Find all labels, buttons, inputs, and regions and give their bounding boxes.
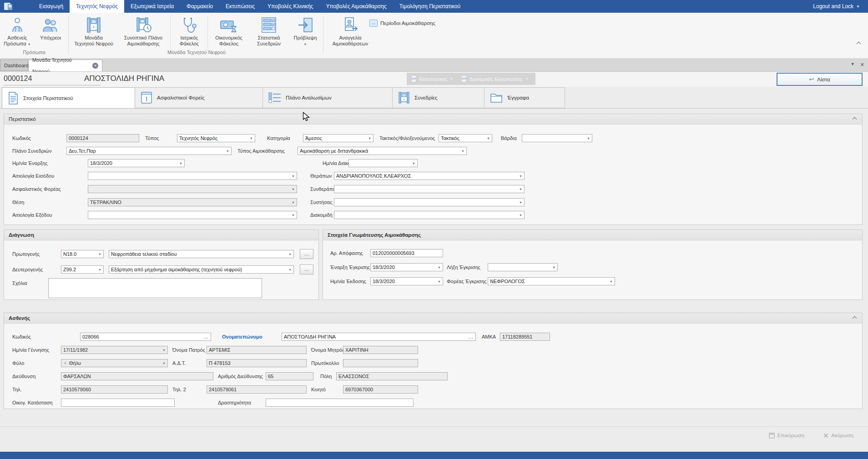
close-tab-icon[interactable]: ✕ [92,63,98,69]
aitiologia-exodou-combobox[interactable]: ▼ [88,211,297,219]
enarxi-egkrisis-datepicker[interactable]: 18/3/2020▼ [370,263,443,271]
fylo-combobox[interactable]: ♀Θήλυ▼ [61,359,168,367]
print-button[interactable]: Εκτυπώσεις ▼ [410,76,453,82]
vardia-combobox[interactable]: ▼ [522,134,592,142]
asfalistikos-foreas-combobox[interactable]: ▼ [88,185,297,193]
imnia-enarxis-datepicker[interactable]: 18/3/2020▼ [88,159,185,167]
chevron-down-icon[interactable]: ▼ [459,150,464,153]
chevron-down-icon[interactable]: ▼ [436,280,441,283]
menu-tab-ektyposeis[interactable]: Εκτυπώσεις [219,0,261,13]
chevron-down-icon[interactable]: ▼ [161,362,166,365]
chevron-down-icon[interactable]: ▼ [410,162,415,165]
chevron-down-icon[interactable]: ▼ [224,150,229,153]
deuterogenis-code-combobox[interactable]: Z99.2▼ [61,265,104,274]
drastiriotita-field[interactable] [266,399,414,407]
til2-field[interactable]: 2410579061 [207,385,307,394]
chevron-down-icon[interactable]: ▼ [290,214,295,217]
poli-field[interactable]: ΕΛΑΣΣΟΝΟΣ [336,372,448,380]
katigoria-combobox[interactable]: Άμεσος▼ [303,134,373,142]
menu-tab-texnitos-nefros[interactable]: Τεχνητός Νεφρός [70,0,124,13]
sxolia-textarea[interactable] [48,278,262,298]
deuterogenis-desc-combobox[interactable]: Εξάρτηση από μηχάνημα αιμοκάθαρσης (τεχν… [109,265,294,274]
dynamic-print-button[interactable]: Δυναμικές Εκτυπώσεις ▼ [460,76,528,82]
ellipsis-icon[interactable]: … [202,334,209,339]
thesi-combobox[interactable]: ΤΕΤΡΑΚΛΙΝΟ▼ [88,198,297,206]
list-button[interactable]: ↩ Λίστα [777,73,863,86]
onomateponymo-label[interactable]: Ονοματεπώνυμο [222,333,262,341]
aitiologia-eisodou-combobox[interactable]: ▼ [88,172,297,180]
kodikos-field[interactable]: 0000124 [66,134,139,142]
chevron-down-icon[interactable]: ▼ [290,175,295,178]
arithmos-dieythynsis-field[interactable]: 65 [266,372,313,380]
chevron-down-icon[interactable]: ▼ [290,201,295,204]
chevron-down-icon[interactable]: ▼ [177,162,182,165]
chevron-down-icon[interactable]: ▼ [517,188,522,191]
monada-texnitou-nefrou-button[interactable]: Μονάδα Τεχνητού Νεφρού [70,15,117,47]
chevron-down-icon[interactable]: ▼ [485,137,490,140]
protogenis-code-combobox[interactable]: N18.0▼ [61,250,104,258]
menu-tab-eisagogi[interactable]: Εισαγωγή [33,0,70,13]
ellipsis-icon[interactable]: … [466,334,474,339]
chevron-down-icon[interactable]: ▼ [585,137,590,140]
systisas-combobox[interactable]: ▼ [334,198,525,206]
ar-apofasis-field[interactable]: 012020000005693 [370,249,443,257]
tab-synedries[interactable]: Συνεδρίες [392,87,484,108]
chevron-down-icon[interactable]: ▼ [96,253,101,256]
chevron-down-icon[interactable]: ▼ [287,268,292,271]
chevron-down-icon[interactable]: ▼ [436,266,441,269]
statistika-synedrion-button[interactable]: Στατιστικά Συνεδριών [249,15,288,47]
chevron-down-icon[interactable]: ▼ [517,175,522,178]
cancel-button[interactable]: Ακύρωση [823,431,853,440]
chevron-down-icon[interactable]: ▼ [550,266,555,269]
oikog-katastasi-field[interactable] [61,399,175,407]
oikonomikos-fakelos-button[interactable]: Οικονομικός Φάκελος [209,15,248,47]
ypoxreoi-button[interactable]: Υπόχρεοι [35,15,66,41]
tab-list-chevron-icon[interactable]: ▼ [851,62,855,68]
plano-synedrion-combobox[interactable]: Δευ,Τετ,Παρ▼ [66,147,232,155]
therapon-combobox[interactable]: ΑΝΔΡΙΑΝΟΠΟΥΛΟΣ ΚΛΕΑΡΧΟΣ▼ [334,172,525,180]
menu-tab-timologisi[interactable]: Τιμολόγηση Περιστατικού [393,0,467,13]
menu-tab-farmakeio[interactable]: Φαρμακείο [180,0,219,13]
tab-asfalistikoi-foreis[interactable]: ! Ασφαλιστικοί Φορείς [135,87,263,108]
typos-aimokatharsis-combobox[interactable]: Αιμοκάθαρση με διττανθρακικά▼ [298,147,467,155]
iatrikos-fakelos-button[interactable]: Ιατρικός Φάκελος [172,15,207,47]
ribbon-collapse-button[interactable] [857,39,862,44]
protokollo-field[interactable] [343,359,418,367]
tab-dashboard[interactable]: Dashboard [0,60,28,71]
provlepsi-button[interactable]: Πρόβλεψη ▼ [289,15,321,47]
tab-plano-analosimon[interactable]: Πλάνο Αναλωσίμων [262,87,393,108]
menu-tab-ypovoles-klinikis[interactable]: Υποβολές Κλινικής [261,0,319,13]
onoma-patros-field[interactable]: ΑΡΤΕΜΙΣ [207,346,307,354]
onoma-mitros-field[interactable]: ΧΑΡΙΤΙΝΗ [343,346,418,354]
tab-stoixeia-peristatikou[interactable]: Στοιχεία Περιστατικού [2,87,135,109]
protogenis-browse-button[interactable]: … [300,249,313,259]
imnia-ekdosis-datepicker[interactable]: 18/3/2020▼ [370,277,443,285]
diakomidi-combobox[interactable]: ▼ [334,211,525,219]
collapse-section-button[interactable] [851,315,858,321]
collapse-section-button[interactable] [851,116,858,122]
synoptiko-plano-button[interactable]: Συνοπτικό Πλάνο Αιμοκάθαρσης [118,15,168,47]
chevron-down-icon[interactable]: ▼ [290,188,295,191]
anaggelia-aimokatharseon-button[interactable]: Αναγγελία Αιμοκαθάρσεων [325,15,376,47]
onomateponymo-picker[interactable]: ΑΠΟΣΤΟΛΙΔΗ ΡΗΓΙΝΑ… [282,333,476,341]
tab-monada-texnitou-nefrou[interactable]: Μονάδα Τεχνητού Νεφρού ✕ [28,60,102,71]
logout-and-lock-button[interactable]: Logout and Lock ▼ [805,3,868,10]
til-field[interactable]: 2410579060 [61,385,168,394]
chevron-down-icon[interactable]: ▼ [517,201,522,204]
chevron-down-icon[interactable]: ▼ [287,253,292,256]
chevron-down-icon[interactable]: ▼ [96,268,101,271]
deuterogenis-browse-button[interactable]: … [300,264,313,274]
chevron-down-icon[interactable]: ▼ [608,280,613,283]
tab-eggrafa[interactable]: Έγγραφα [484,87,565,108]
patients-persons-button[interactable]: Ασθενείς Πρόσωπα ▼ [1,15,34,47]
chevron-down-icon[interactable]: ▼ [366,137,371,140]
dieythynsi-field[interactable]: ΦΑΡΣΑΛΩΝ [61,372,213,380]
app-logo-icon[interactable] [4,1,17,11]
foreas-egkrisis-combobox[interactable]: ΝΕΦΡΟΛΟΓΟΣ▼ [488,277,615,285]
syntherapon-combobox[interactable]: ▼ [334,185,525,193]
protogenis-desc-combobox[interactable]: Νεφροπάθεια τελικού σταδίου▼ [109,250,294,258]
typos-combobox[interactable]: Τεχνητός Νεφρός▼ [177,134,255,142]
lixi-egkrisis-datepicker[interactable]: ▼ [488,263,558,271]
adt-field[interactable]: Π 478153 [207,359,307,367]
chevron-down-icon[interactable]: ▼ [161,349,166,352]
